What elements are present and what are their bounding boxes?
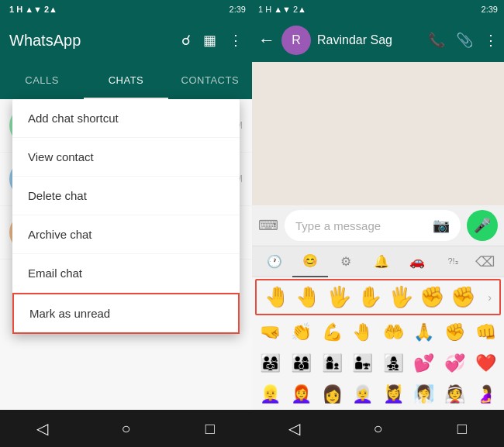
overflow-indicator: › [488, 291, 492, 304]
skin-tone-2[interactable]: 🤚 [295, 285, 320, 309]
emoji-clap[interactable]: 👏 [286, 318, 317, 346]
emoji-muscle[interactable]: 💪 [316, 318, 347, 346]
emoji-revolving[interactable]: 💞 [440, 349, 471, 377]
emoji-tabs-row: 🕐 😊 ⚙ 🔔 🚗 ?!₂ ⌫ [252, 246, 504, 277]
tab-chats[interactable]: CHATS [84, 62, 167, 99]
menu-add-shortcut[interactable]: Add chat shortcut [12, 99, 240, 138]
emoji-heart[interactable]: ❤️ [470, 349, 501, 377]
menu-email-chat[interactable]: Email chat [12, 254, 240, 293]
home-button-left[interactable]: ○ [110, 413, 141, 444]
left-status-time: 2:39 [230, 5, 246, 14]
home-button-right[interactable]: ○ [362, 413, 393, 444]
skin-tone-5[interactable]: 🖐 [388, 285, 413, 309]
contact-info: Ravindar Sag [317, 33, 422, 47]
delete-emoji-button[interactable]: ⌫ [471, 253, 499, 270]
more-chat-options-icon[interactable]: ⋮ [484, 32, 498, 49]
right-status-signal: 1 H ▲▼ 2▲ [258, 5, 478, 14]
chat-body [252, 62, 504, 205]
emoji-bride[interactable]: 👰 [440, 380, 471, 408]
emoji-family2[interactable]: 👨‍👩‍👦 [286, 349, 317, 377]
emoji-tab-bell[interactable]: 🔔 [364, 246, 399, 277]
emoji-keyboard-icon[interactable]: ⌨ [258, 217, 278, 234]
emoji-tab-smileys[interactable]: 😊 [292, 246, 328, 277]
emoji-grid-row3: 👱‍♀️ 👩‍🦰 👩 👩‍🦳 💆‍♀️ 🧖‍♀️ 👰 🤰 [252, 379, 504, 410]
emoji-hearts[interactable]: 💕 [409, 349, 440, 377]
mic-button[interactable]: 🎤 [467, 210, 498, 241]
emoji-fist[interactable]: ✊ [440, 318, 471, 346]
chat-header: ← R Ravindar Sag 📞 📎 ⋮ [252, 19, 504, 62]
emoji-palms[interactable]: 🤲 [378, 318, 409, 346]
emoji-family4[interactable]: 👨‍👧 [347, 349, 378, 377]
right-bottom-nav: ◁ ○ □ [252, 410, 504, 447]
recents-button-right[interactable]: □ [447, 413, 478, 444]
message-placeholder: Type a message [295, 219, 381, 232]
emoji-woman[interactable]: 👩 [316, 380, 347, 408]
tab-calls[interactable]: CALLS [0, 62, 84, 99]
chat-header-icons: 📞 📎 ⋮ [428, 32, 498, 49]
right-status-bar: 1 H ▲▼ 2▲ 2:39 [252, 0, 504, 19]
search-icon[interactable]: ☌ [181, 32, 191, 49]
skin-tone-4[interactable]: ✋ [357, 285, 382, 309]
menu-mark-unread[interactable]: Mark as unread [12, 293, 240, 334]
emoji-tab-transport[interactable]: 🚗 [399, 246, 435, 277]
emoji-tab-symbols[interactable]: ?!₂ [435, 246, 471, 277]
tab-contacts[interactable]: CONTACTS [168, 62, 252, 99]
emoji-massage[interactable]: 💆‍♀️ [378, 380, 409, 408]
header-icons: ☌ ▦ ⋮ [181, 32, 243, 49]
new-chat-icon[interactable]: ▦ [203, 32, 216, 49]
recents-button-left[interactable]: □ [195, 413, 226, 444]
more-options-icon[interactable]: ⋮ [229, 32, 243, 49]
left-header: WhatsApp ☌ ▦ ⋮ [0, 19, 252, 62]
voice-call-icon[interactable]: 📞 [428, 32, 445, 49]
app-title: WhatsApp [9, 32, 81, 50]
emoji-pregnant[interactable]: 🤰 [470, 380, 501, 408]
context-menu: Add chat shortcut View contact Delete ch… [12, 99, 240, 334]
emoji-family1[interactable]: 👨‍👩‍👧 [255, 349, 286, 377]
back-button-left[interactable]: ◁ [26, 413, 57, 444]
contact-avatar: R [281, 26, 311, 55]
emoji-grid-row1: 🤜 👏 💪 🤚 🤲 🙏 ✊ 👊 [252, 317, 504, 348]
emoji-woman-red[interactable]: 👩‍🦰 [286, 380, 317, 408]
left-bottom-nav: ◁ ○ □ [0, 410, 252, 447]
skin-tone-row: 🤚 🤚 🖐 ✋ 🖐 ✊ ✊ › [255, 279, 501, 315]
emoji-woman-blond[interactable]: 👱‍♀️ [255, 380, 286, 408]
emoji-keyboard: 🕐 😊 ⚙ 🔔 🚗 ?!₂ ⌫ 🤚 🤚 🖐 ✋ 🖐 ✊ ✊ › 🤜 👏 💪 🤚 … [252, 246, 504, 410]
message-input-box[interactable]: Type a message 📷 [285, 210, 461, 241]
menu-archive-chat[interactable]: Archive chat [12, 215, 240, 254]
left-panel: 1 H ▲▼ 2▲ 2:39 WhatsApp ☌ ▦ ⋮ CALLS CHAT… [0, 0, 252, 447]
emoji-punch[interactable]: 👊 [470, 318, 501, 346]
emoji-grid-row2: 👨‍👩‍👧 👨‍👩‍👦 👩‍👦 👨‍👧 👩‍👧‍👦 💕 💞 ❤️ [252, 348, 504, 379]
skin-tone-7[interactable]: ✊ [450, 285, 475, 309]
emoji-tab-settings[interactable]: ⚙ [328, 246, 364, 277]
camera-icon[interactable]: 📷 [433, 217, 450, 234]
message-input-area: ⌨ Type a message 📷 🎤 [252, 205, 504, 246]
back-button-right[interactable]: ◁ [278, 413, 309, 444]
emoji-family5[interactable]: 👩‍👧‍👦 [378, 349, 409, 377]
emoji-tab-recent[interactable]: 🕐 [257, 246, 292, 277]
skin-tone-1[interactable]: 🤚 [264, 285, 289, 309]
attach-icon[interactable]: 📎 [456, 32, 473, 49]
contact-name: Ravindar Sag [317, 33, 422, 47]
emoji-raised-back[interactable]: 🤚 [347, 318, 378, 346]
left-status-signal: 1 H ▲▼ 2▲ [6, 5, 226, 14]
right-panel: 1 H ▲▼ 2▲ 2:39 ← R Ravindar Sag 📞 📎 ⋮ ⌨ … [252, 0, 504, 447]
menu-delete-chat[interactable]: Delete chat [12, 177, 240, 215]
mic-icon: 🎤 [474, 217, 491, 234]
left-status-bar: 1 H ▲▼ 2▲ 2:39 [0, 0, 252, 19]
right-status-time: 2:39 [482, 5, 498, 14]
skin-tone-6[interactable]: ✊ [419, 285, 444, 309]
back-to-chats-button[interactable]: ← [258, 30, 275, 50]
menu-view-contact[interactable]: View contact [12, 138, 240, 177]
emoji-pray[interactable]: 🙏 [409, 318, 440, 346]
tabs-bar: CALLS CHATS CONTACTS [0, 62, 252, 99]
emoji-fist-right[interactable]: 🤜 [255, 318, 286, 346]
emoji-spa[interactable]: 🧖‍♀️ [409, 380, 440, 408]
emoji-family3[interactable]: 👩‍👦 [316, 349, 347, 377]
skin-tone-3[interactable]: 🖐 [326, 285, 351, 309]
emoji-woman-white[interactable]: 👩‍🦳 [347, 380, 378, 408]
